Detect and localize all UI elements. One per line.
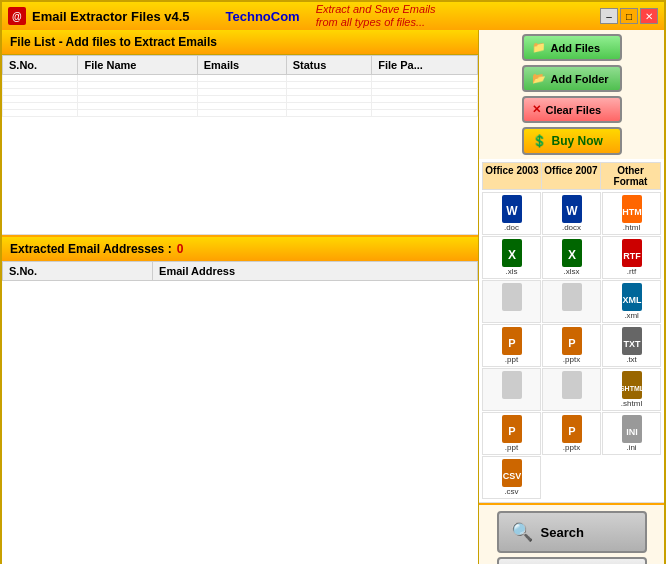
filetype-csv[interactable]: CSV .csv: [482, 456, 541, 499]
brand-label: TechnoCom: [226, 9, 300, 24]
svg-text:P: P: [568, 425, 575, 437]
pptx-label: .pptx: [563, 355, 580, 364]
svg-text:RTF: RTF: [623, 251, 641, 261]
shtml-label: .shtml: [621, 399, 642, 408]
email-col-sno: S.No.: [3, 262, 153, 281]
filetype-html[interactable]: HTM .html: [602, 192, 661, 235]
main-content: File List - Add files to Extract Emails …: [2, 30, 664, 564]
filetype-ppt2[interactable]: P .ppt: [482, 412, 541, 455]
filetype-pptx2[interactable]: P .pptx: [542, 412, 601, 455]
col-emails: Emails: [197, 56, 286, 75]
xml-placeholder-icon: [498, 283, 526, 311]
search-button[interactable]: 🔍 Search: [497, 511, 647, 553]
filetype-doc[interactable]: W .doc: [482, 192, 541, 235]
buy-now-button[interactable]: 💲 Buy Now: [522, 127, 622, 155]
email-col-address: Email Address: [153, 262, 478, 281]
file-type-grid: Office 2003 Office 2007 Other Format W: [479, 159, 664, 503]
extracted-count: 0: [177, 242, 184, 256]
shtml-placeholder-icon: [498, 371, 526, 399]
xml-icon: XML: [618, 283, 646, 311]
xls-label: .xls: [506, 267, 518, 276]
right-panel: 📁 Add Files 📂 Add Folder ✕ Clear Files 💲…: [479, 30, 664, 564]
clear-files-button[interactable]: ✕ Clear Files: [522, 96, 622, 123]
filetype-rtf[interactable]: RTF .rtf: [602, 236, 661, 279]
svg-text:HTM: HTM: [622, 207, 642, 217]
shtml-placeholder2-icon: [558, 371, 586, 399]
col-status: Status: [286, 56, 372, 75]
add-folder-label: Add Folder: [551, 73, 609, 85]
filetype-ini[interactable]: INI .ini: [602, 412, 661, 455]
tagline-label: Extract and Save Emailsfrom all types of…: [316, 3, 436, 29]
ppt-label: .ppt: [505, 355, 518, 364]
filetype-xml[interactable]: XML .xml: [602, 280, 661, 323]
ppt2-icon: P: [498, 415, 526, 443]
file-buttons-area: 📁 Add Files 📂 Add Folder ✕ Clear Files 💲…: [479, 30, 664, 159]
file-icons-grid: W .doc W .doc: [482, 192, 661, 499]
file-table-area: S.No. File Name Emails Status File Pa...: [2, 55, 478, 235]
title-bar: @ Email Extractor Files v4.5 TechnoCom E…: [2, 2, 664, 30]
pptx-icon: P: [558, 327, 586, 355]
add-folder-button[interactable]: 📂 Add Folder: [522, 65, 622, 92]
email-row: [3, 281, 478, 282]
file-type-header: Office 2003 Office 2007 Other Format: [482, 162, 661, 190]
clear-files-icon: ✕: [532, 103, 541, 116]
svg-text:P: P: [508, 425, 515, 437]
buy-now-icon: 💲: [532, 134, 547, 148]
xlsx-label: .xlsx: [564, 267, 580, 276]
svg-text:XML: XML: [622, 295, 642, 305]
svg-text:X: X: [507, 248, 515, 262]
filetype-xls[interactable]: X .xls: [482, 236, 541, 279]
table-row: [3, 110, 478, 117]
filetype-ppt[interactable]: P .ppt: [482, 324, 541, 367]
svg-rect-22: [502, 371, 522, 399]
html-icon: HTM: [618, 195, 646, 223]
app-icon: @: [8, 7, 26, 25]
rtf-icon: RTF: [618, 239, 646, 267]
csv-icon: CSV: [498, 459, 526, 487]
email-table-area: S.No. Email Address: [2, 261, 478, 564]
filetype-xlsx[interactable]: X .xlsx: [542, 236, 601, 279]
svg-text:TXT: TXT: [623, 339, 641, 349]
close-button[interactable]: ✕: [640, 8, 658, 24]
col-sno: S.No.: [3, 56, 78, 75]
app-title: Email Extractor Files v4.5: [32, 9, 190, 24]
maximize-button[interactable]: □: [620, 8, 638, 24]
extracted-bar: Extracted Email Addresses : 0: [2, 237, 478, 261]
ini-icon: INI: [618, 415, 646, 443]
save-emails-button[interactable]: 💾 Save Emails: [497, 557, 647, 564]
minimize-button[interactable]: –: [600, 8, 618, 24]
docx-icon: W: [558, 195, 586, 223]
svg-text:W: W: [506, 204, 518, 218]
svg-text:INI: INI: [626, 427, 638, 437]
filetype-docx[interactable]: W .docx: [542, 192, 601, 235]
filetype-shtml-placeholder2: [542, 368, 601, 411]
table-row: [3, 82, 478, 89]
window-controls: – □ ✕: [600, 8, 658, 24]
title-bar-left: @ Email Extractor Files v4.5 TechnoCom E…: [8, 3, 436, 29]
txt-label: .txt: [626, 355, 637, 364]
rtf-label: .rtf: [627, 267, 636, 276]
add-files-icon: 📁: [532, 41, 546, 54]
filetype-shtml[interactable]: SHTML .shtml: [602, 368, 661, 411]
txt-icon: TXT: [618, 327, 646, 355]
file-section-header: File List - Add files to Extract Emails: [2, 30, 478, 55]
add-files-label: Add Files: [551, 42, 601, 54]
word-icon: W: [498, 195, 526, 223]
filetype-txt[interactable]: TXT .txt: [602, 324, 661, 367]
col-filename: File Name: [78, 56, 197, 75]
table-row: [3, 75, 478, 82]
svg-rect-13: [562, 283, 582, 311]
xlsx-icon: X: [558, 239, 586, 267]
add-files-button[interactable]: 📁 Add Files: [522, 34, 622, 61]
header-office2007: Office 2007: [542, 163, 601, 189]
clear-files-label: Clear Files: [546, 104, 602, 116]
file-table: S.No. File Name Emails Status File Pa...: [2, 55, 478, 117]
csv-label: .csv: [504, 487, 518, 496]
table-row: [3, 89, 478, 96]
buy-now-label: Buy Now: [552, 134, 603, 148]
right-top: 📁 Add Files 📂 Add Folder ✕ Clear Files 💲…: [479, 30, 664, 505]
col-filepath: File Pa...: [372, 56, 478, 75]
excel-icon: X: [498, 239, 526, 267]
main-window: @ Email Extractor Files v4.5 TechnoCom E…: [0, 0, 666, 564]
filetype-pptx[interactable]: P .pptx: [542, 324, 601, 367]
